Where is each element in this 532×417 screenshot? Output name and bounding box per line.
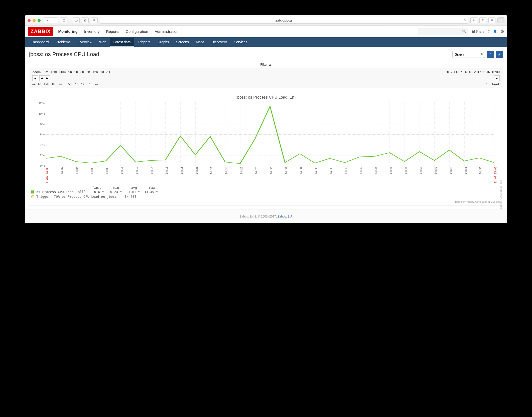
footer-link[interactable]: Zabbix SIA [278, 215, 292, 218]
view-select-wrap: Graph [452, 51, 485, 58]
share-button[interactable]: Z Share [472, 30, 484, 33]
zoom-controls: Zoom: 5m 15m 30m 1h 2h 3h 6h 12h 1d All [32, 70, 111, 74]
legend-trigger-icon [31, 195, 34, 198]
filter-tab-wrap: Filter ▲ [29, 61, 503, 68]
back-button[interactable]: ‹ [44, 17, 51, 23]
date-from[interactable]: 2017-11-07 14:00 [445, 70, 471, 74]
zabbix-header: ZABBIX Monitoring Inventory Reports Conf… [25, 26, 507, 37]
topnav-configuration[interactable]: Configuration [125, 26, 149, 37]
z-badge-icon: Z [472, 30, 475, 33]
close-window-icon[interactable] [28, 19, 31, 22]
fullscreen-button[interactable]: ⤢ [496, 51, 503, 58]
download-icon[interactable]: ⬇ [470, 17, 477, 23]
timeline-next-button[interactable]: ▶ [494, 75, 500, 81]
filter-toggle[interactable]: Filter ▲ [255, 61, 277, 68]
search-icon[interactable]: 🔍 [462, 30, 466, 33]
shift-back-12h[interactable]: 12h [44, 82, 49, 86]
chart-x-labels: 11-07 14:0014:0214:0414:0614:0814:1014:1… [46, 166, 494, 183]
legend-color-box [31, 190, 34, 193]
zoom-12h[interactable]: 12h [92, 70, 98, 74]
topnav-administration[interactable]: Administration [154, 26, 179, 37]
settings-icon[interactable]: ◐ [82, 17, 89, 23]
page-title-right: Graph ☆ ⤢ [452, 51, 503, 58]
chart-container: jboss: os Process CPU Load (1h) 0 %2 %4 … [29, 92, 503, 205]
info-icon[interactable]: ⓘ [73, 17, 80, 23]
date-range: 2017-11-07 14:00 - 2017-11-07 15:00 [445, 70, 500, 74]
refresh-icon[interactable]: ⟳ [464, 19, 466, 22]
zabbix-logo[interactable]: ZABBIX [28, 27, 53, 36]
subnav-discovery[interactable]: Discovery [208, 38, 230, 47]
shift-back-1d[interactable]: 1d [38, 82, 41, 86]
shift-fwd-12h[interactable]: 12h [81, 82, 86, 86]
timeline-scroll-button[interactable]: ◀ ::: ▶ [39, 75, 50, 81]
legend-headers: last min avg max [85, 186, 501, 189]
sidebar-toggle-icon[interactable]: ◫ [60, 17, 67, 23]
fixed-zoom: 1h fixed [486, 82, 500, 86]
shift-fwd-1h[interactable]: 1h [75, 82, 78, 86]
app-footer: Zabbix 3.4.2. © 2001–2017, Zabbix SIA [25, 210, 507, 223]
page-body: jboss: os Process CPU Load Graph ☆ ⤢ Fil… [25, 47, 507, 210]
subnav-problems[interactable]: Problems [52, 38, 74, 47]
app-content: ZABBIX Monitoring Inventory Reports Conf… [25, 26, 507, 223]
browser-chrome: ‹ › ◫ ⓘ ◐ ⊕ zabbix.local ⟳ ⬇ ⇧ ⧉ + [25, 15, 507, 26]
user-icon[interactable]: 👤 [493, 30, 497, 33]
topnav-reports[interactable]: Reports [106, 26, 120, 37]
zoom-1h[interactable]: 1h [68, 70, 72, 74]
subnav-web[interactable]: Web [96, 38, 110, 47]
search-input[interactable] [418, 28, 468, 35]
watermark: http://www.zabbix.com [500, 180, 502, 209]
url-text: zabbix.local [276, 19, 293, 22]
zoom-5m[interactable]: 5m [44, 70, 48, 74]
minimize-window-icon[interactable] [33, 19, 36, 22]
subnav-services[interactable]: Services [230, 38, 251, 47]
generation-info: Data from history. Generated in 0.05 sec… [31, 200, 501, 203]
shift-fwd-1d[interactable]: 1d [89, 82, 92, 86]
chart-area: 0 %2 %4 %6 %8 %10 %12 % [46, 101, 494, 166]
share-icon[interactable]: ⇧ [479, 17, 486, 23]
subnav-overview[interactable]: Overview [74, 38, 96, 47]
date-to[interactable]: 2017-11-07 15:00 [474, 70, 500, 74]
time-selector: Zoom: 5m 15m 30m 1h 2h 3h 6h 12h 1d All … [29, 68, 503, 88]
forward-button[interactable]: › [51, 17, 58, 23]
timeline-prev-button[interactable]: ◀ [32, 75, 38, 81]
search-wrap: 🔍 [418, 28, 468, 35]
traffic-lights [28, 19, 41, 22]
legend-trigger-row: Trigger: 70% os Process CPU Load on jbos… [31, 195, 501, 198]
favorite-button[interactable]: ☆ [487, 51, 494, 58]
zoom-2h[interactable]: 2h [74, 70, 78, 74]
fixed-toggle[interactable]: fixed [492, 82, 499, 86]
page-title-row: jboss: os Process CPU Load Graph ☆ ⤢ [29, 51, 503, 58]
subnav-triggers[interactable]: Triggers [134, 38, 154, 47]
topnav-inventory[interactable]: Inventory [84, 26, 100, 37]
power-icon[interactable]: ⏻ [501, 30, 504, 33]
zoom-15m[interactable]: 15m [51, 70, 57, 74]
add-tab-icon[interactable]: + [497, 17, 504, 23]
url-bar[interactable]: zabbix.local ⟳ [100, 17, 468, 24]
zoom-3h[interactable]: 3h [80, 70, 84, 74]
topnav-monitoring[interactable]: Monitoring [58, 26, 78, 37]
subnav-maps[interactable]: Maps [192, 38, 208, 47]
chart-title: jboss: os Process CPU Load (1h) [31, 95, 501, 100]
shift-back-1h[interactable]: 1h [52, 82, 55, 86]
header-right: 🔍 Z Share ? 👤 ⏻ [418, 28, 504, 35]
zoom-1d[interactable]: 1d [100, 70, 104, 74]
subnav-latest-data[interactable]: Latest data [110, 38, 134, 47]
new-tab-icon[interactable]: ⊕ [91, 17, 98, 23]
shift-back-5m[interactable]: 5m [58, 82, 62, 86]
subnav-graphs[interactable]: Graphs [154, 38, 173, 47]
view-mode-select[interactable]: Graph [452, 51, 485, 58]
chart-y-labels: 0 %2 %4 %6 %8 %10 %12 % [34, 101, 45, 166]
maximize-window-icon[interactable] [38, 19, 41, 22]
zoom-all[interactable]: All [106, 70, 110, 74]
zoom-6h[interactable]: 6h [86, 70, 90, 74]
help-icon[interactable]: ? [488, 30, 490, 33]
shift-fwd-5m[interactable]: 5m [68, 82, 73, 86]
subnav-screens[interactable]: Screens [173, 38, 192, 47]
tabs-icon[interactable]: ⧉ [488, 17, 495, 23]
shift-controls: «« 1d 12h 1h 5m | 5m 1h 12h 1d »» [32, 82, 98, 86]
top-nav: Monitoring Inventory Reports Configurati… [58, 26, 179, 37]
browser-window: ‹ › ◫ ⓘ ◐ ⊕ zabbix.local ⟳ ⬇ ⇧ ⧉ + ZABBI… [25, 15, 507, 223]
legend-series-row: os Process CPU Load [all] 0.6 % 0.24 % 1… [31, 190, 501, 194]
subnav-dashboard[interactable]: Dashboard [28, 38, 52, 47]
zoom-30m[interactable]: 30m [59, 70, 66, 74]
